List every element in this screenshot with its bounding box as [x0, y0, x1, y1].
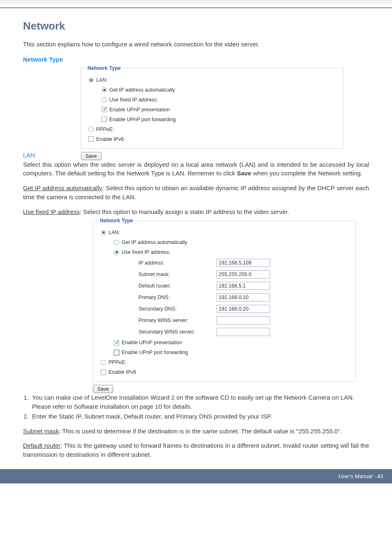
save-button-1[interactable]: Save	[81, 152, 101, 160]
pdns-input[interactable]	[217, 293, 270, 301]
get-ip-label: Get IP address automatically	[109, 87, 175, 93]
subnet-row: Subnet mask:	[97, 269, 351, 280]
p2-use-fixed-label: Use fixed IP address:	[122, 249, 171, 255]
p2-get-ip-radio[interactable]	[114, 240, 119, 245]
subnet-paragraph: Subnet mask: This is used to determine i…	[23, 427, 369, 436]
sdns-input[interactable]	[217, 305, 270, 313]
intro-paragraph: This section explains how to configure a…	[23, 40, 369, 49]
upnp-port-row: Enable UPnP port forwarding	[85, 115, 339, 124]
p2-upnp-presentation-row: Enable UPnP presentation	[97, 338, 351, 347]
footer-text: User's Manual - 43	[338, 473, 383, 479]
lan-option-row: LAN:	[85, 75, 339, 85]
pppoe-row: PPPoE:	[85, 124, 339, 134]
footer-bar: User's Manual - 43	[0, 469, 392, 483]
numbered-list: You can make use of LevelOne Installatio…	[30, 393, 369, 421]
list-item-1: You can make use of LevelOne Installatio…	[30, 393, 369, 411]
upnp-presentation-row: Enable UPnP presentation	[85, 105, 339, 115]
lan-section-label: LAN	[23, 152, 35, 159]
upnp-port-checkbox[interactable]	[101, 117, 107, 122]
p2-upnp-presentation-label: Enable UPnP presentation	[122, 340, 182, 345]
pwins-input[interactable]	[217, 316, 270, 324]
get-ip-row: Get IP address automatically	[85, 85, 339, 95]
get-ip-radio[interactable]	[101, 87, 107, 92]
use-fixed-row: Use fixed IP address:	[85, 95, 339, 105]
pwins-row: Primary WINS server:	[97, 315, 351, 326]
ipv6-checkbox[interactable]	[88, 136, 94, 142]
p2-ipv6-row: Enable IPv6	[97, 367, 351, 377]
panel1-legend: Network Type	[85, 65, 123, 71]
p2-lan-row: LAN:	[97, 228, 351, 237]
pdns-label: Primary DNS:	[138, 295, 217, 300]
save-wrap-1: Save	[81, 149, 101, 160]
panel1-wrap: Network Type LAN: Get IP address automat…	[81, 65, 369, 149]
ip-address-label: IP address:	[138, 260, 217, 266]
sdns-row: Secondary DNS:	[97, 303, 351, 315]
router-underline: Default router	[23, 442, 60, 449]
network-type-panel-1: Network Type LAN: Get IP address automat…	[81, 65, 344, 149]
lan-row: LAN Save	[23, 149, 369, 160]
ipv6-row: Enable IPv6	[85, 134, 339, 144]
subnet-underline: Subnet mask	[23, 428, 59, 435]
p2-pppoe-label: PPPoE:	[108, 359, 127, 365]
router-label: Default router:	[138, 283, 217, 289]
page-title: Network	[23, 20, 369, 32]
p2-upnp-port-label: Enable UPnP port forwarding	[122, 350, 188, 355]
lan-radio-label: LAN:	[96, 77, 108, 83]
get-ip-paragraph: Get IP address automatically: Select thi…	[23, 184, 369, 202]
save-button-2[interactable]: Save	[93, 385, 113, 393]
lan-paragraph: Select this option when the video server…	[23, 160, 369, 178]
page-content: Network This section explains how to con…	[0, 8, 392, 459]
network-type-panel-2: Network Type LAN: Get IP address automat…	[93, 218, 356, 382]
pwins-label: Primary WINS server:	[138, 318, 217, 323]
router-rest: : This is the gateway used to forward fr…	[23, 442, 369, 458]
p2-pppoe-radio[interactable]	[101, 360, 106, 365]
ip-address-row: IP address:	[97, 257, 351, 269]
router-row: Default router:	[97, 280, 351, 292]
use-fixed-paragraph: Use fixed IP address: Select this option…	[23, 207, 369, 216]
pppoe-label: PPPoE:	[96, 127, 114, 132]
p2-upnp-port-checkbox[interactable]	[114, 350, 119, 355]
lan-radio[interactable]	[88, 77, 94, 83]
get-ip-underline: Get IP address automatically	[23, 184, 102, 191]
swins-input[interactable]	[217, 328, 270, 336]
list-item-2: Enter the Static IP, Subnet mask, Defaul…	[30, 412, 369, 421]
p2-get-ip-row: Get IP address automatically	[97, 237, 351, 247]
p2-ipv6-label: Enable IPv6	[108, 369, 136, 375]
pdns-row: Primary DNS:	[97, 292, 351, 303]
use-fixed-rest: : Select this option to manually assign …	[80, 208, 289, 215]
pppoe-radio[interactable]	[88, 127, 94, 132]
upnp-presentation-label: Enable UPnP presentation	[109, 107, 170, 113]
p2-pppoe-row: PPPoE:	[97, 357, 351, 367]
network-type-heading: Network Type	[23, 56, 369, 63]
p2-use-fixed-row: Use fixed IP address:	[97, 247, 351, 257]
upnp-presentation-checkbox[interactable]	[101, 107, 107, 112]
sdns-label: Secondary DNS:	[138, 306, 217, 312]
ipv6-label: Enable IPv6	[96, 136, 124, 142]
subnet-input[interactable]	[217, 270, 270, 278]
router-paragraph: Default router: This is the gateway used…	[23, 441, 369, 459]
p2-lan-label: LAN:	[108, 230, 120, 235]
p2-lan-radio[interactable]	[101, 230, 106, 235]
p2-get-ip-label: Get IP address automatically	[122, 239, 187, 245]
panel2-legend: Network Type	[97, 218, 136, 223]
swins-label: Secondary WINS server:	[138, 329, 217, 335]
subnet-label: Subnet mask:	[138, 272, 217, 277]
p2-use-fixed-radio[interactable]	[114, 250, 119, 255]
use-fixed-underline: Use fixed IP address	[23, 208, 80, 215]
p2-ipv6-checkbox[interactable]	[101, 370, 106, 375]
use-fixed-label: Use fixed IP address:	[109, 97, 158, 103]
p2-upnp-port-row: Enable UPnP port forwarding	[97, 347, 351, 357]
use-fixed-radio[interactable]	[101, 97, 107, 102]
ip-address-input[interactable]	[217, 259, 270, 267]
router-input[interactable]	[217, 282, 270, 290]
panel2-wrap: Network Type LAN: Get IP address automat…	[93, 218, 369, 393]
p2-upnp-presentation-checkbox[interactable]	[114, 340, 119, 345]
subnet-rest: : This is used to determine if the desti…	[59, 428, 342, 435]
upnp-port-label: Enable UPnP port forwarding	[109, 117, 176, 122]
swins-row: Secondary WINS server:	[97, 326, 351, 338]
lan-paragraph-text: Select this option when the video server…	[23, 161, 369, 177]
top-spacer	[0, 0, 392, 4]
